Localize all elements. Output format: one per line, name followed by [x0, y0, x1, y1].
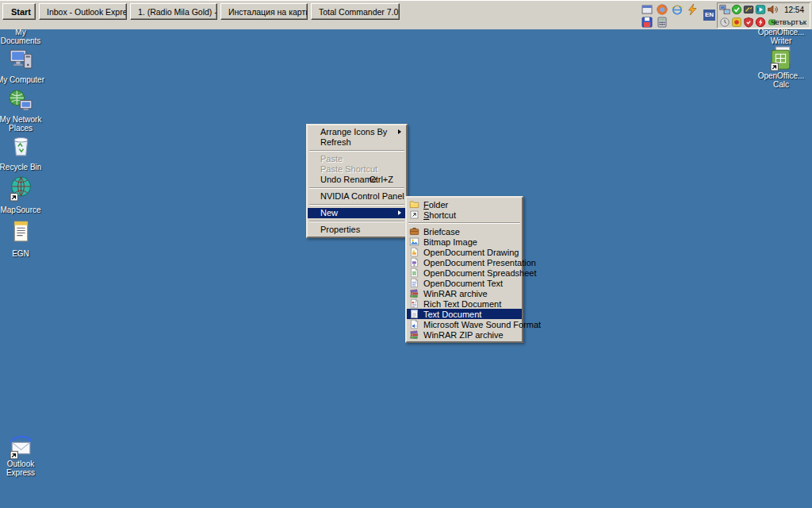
media-player-tray-icon[interactable]	[755, 4, 766, 15]
submenu-item-opendocument-presentation[interactable]: OpenDocument Presentation	[407, 257, 522, 267]
desktop-icon-openoffice-calc[interactable]: OpenOffice... Calc	[756, 45, 806, 90]
submenu-item-label: OpenDocument Spreadsheet	[423, 268, 536, 278]
network-computers-tray-icon[interactable]	[719, 4, 730, 15]
task-button-label: Инсталация на карти з...	[228, 7, 308, 17]
task-button-firefox[interactable]: Инсталация на карти з...	[220, 3, 308, 20]
bolt-tray-icon[interactable]	[755, 17, 766, 28]
icon-label: Outlook Express	[0, 460, 46, 477]
shortcut-icon	[409, 210, 419, 220]
task-button-label: 1. (Radio Mila Gold) - Wi...	[138, 7, 217, 17]
desktop-icon-egn[interactable]: EGN	[0, 219, 46, 260]
scheduler-tray-icon[interactable]	[719, 17, 730, 28]
icon-label: OpenOffice... Writer	[756, 28, 806, 45]
menu-item-undo-rename[interactable]: Undo Rename Ctrl+Z	[308, 175, 406, 185]
desktop[interactable]: My Documents My Computer My Network Plac…	[0, 0, 812, 508]
submenu-item-shortcut[interactable]: Shortcut	[407, 210, 522, 220]
new-submenu: Folder Shortcut Briefcase Bitmap Image O…	[405, 196, 523, 343]
odf-text-icon	[409, 278, 419, 288]
taskbar: Start Inbox - Outlook Express 1. (Radio …	[0, 0, 812, 29]
icon-label: OpenOffice... Calc	[756, 71, 806, 89]
task-button-label: Total Commander 7.03 - ...	[319, 7, 400, 17]
icon-label: My Network Places	[0, 115, 46, 133]
shield-tray-icon[interactable]	[743, 17, 754, 28]
quicklaunch-winamp-icon[interactable]	[686, 3, 699, 16]
menu-item-label: New	[320, 208, 338, 217]
menu-item-new[interactable]: New	[308, 208, 406, 218]
menu-item-arrange-icons-by[interactable]: Arrange Icons By	[308, 127, 406, 137]
outlook-express-icon	[8, 433, 34, 460]
task-button-outlook-express[interactable]: Inbox - Outlook Express	[39, 3, 127, 20]
odf-spreadsheet-icon	[409, 267, 419, 278]
submenu-item-rich-text-document[interactable]: Rich Text Document	[407, 298, 522, 309]
quicklaunch-calculator-icon[interactable]	[656, 16, 668, 29]
submenu-item-text-document[interactable]: Text Document	[407, 309, 522, 319]
menu-item-label: Undo Rename	[320, 175, 377, 184]
icon-label: EGN	[11, 249, 30, 258]
submenu-item-label: Folder	[423, 200, 448, 210]
tools-tray-icon[interactable]	[743, 4, 754, 15]
menu-separator	[309, 187, 404, 189]
folder-icon	[409, 199, 419, 210]
task-button-total-commander[interactable]: Total Commander 7.03 - ...	[311, 3, 400, 20]
submenu-item-label: Shortcut	[423, 210, 456, 220]
mapsource-globe-icon	[8, 175, 34, 202]
my-computer-icon	[8, 45, 34, 71]
submenu-item-label: OpenDocument Text	[423, 279, 503, 288]
desktop-icon-mapsource[interactable]: MapSource	[0, 175, 46, 216]
menu-item-label: Arrange Icons By	[320, 127, 387, 137]
wave-sound-icon	[409, 319, 419, 329]
submenu-item-label: Rich Text Document	[423, 299, 501, 309]
submenu-arrow-icon	[398, 129, 401, 134]
submenu-item-bitmap-image[interactable]: Bitmap Image	[407, 237, 522, 247]
desktop-icon-my-network-places[interactable]: My Network Places	[0, 89, 46, 134]
submenu-item-label: OpenDocument Presentation	[423, 258, 536, 267]
submenu-item-winrar-archive[interactable]: WinRAR archive	[407, 288, 522, 298]
quicklaunch-app-window-icon[interactable]	[641, 3, 653, 16]
menu-item-label: Paste	[320, 154, 343, 164]
menu-item-nvidia-control-panel[interactable]: NVIDIA Control Panel	[308, 191, 406, 202]
icon-label: My Computer	[0, 75, 45, 84]
submenu-item-label: Text Document	[423, 310, 481, 319]
odf-presentation-icon	[409, 257, 419, 267]
antivirus-tray-icon[interactable]	[731, 17, 742, 28]
submenu-item-opendocument-spreadsheet[interactable]: OpenDocument Spreadsheet	[407, 267, 522, 278]
winrar-archive-icon	[409, 288, 419, 298]
menu-item-properties[interactable]: Properties	[308, 225, 406, 235]
desktop-icon-outlook-express[interactable]: Outlook Express	[0, 433, 46, 479]
task-button-winamp[interactable]: 1. (Radio Mila Gold) - Wi...	[130, 3, 217, 20]
submenu-item-label: WinRAR archive	[423, 289, 488, 298]
desktop-icon-recycle-bin[interactable]: Recycle Bin	[0, 133, 46, 173]
submenu-item-briefcase[interactable]: Briefcase	[407, 226, 522, 237]
submenu-item-label: WinRAR ZIP archive	[423, 330, 504, 340]
menu-separator	[309, 204, 404, 206]
menu-item-paste: Paste	[308, 154, 406, 164]
menu-item-refresh[interactable]: Refresh	[308, 137, 406, 148]
task-button-label: Inbox - Outlook Express	[47, 7, 127, 17]
tray-day[interactable]: четвъртък	[772, 17, 806, 26]
winrar-zip-icon	[409, 329, 419, 340]
menu-separator	[309, 221, 404, 222]
odf-drawing-icon	[409, 247, 419, 257]
tray-row-1	[719, 4, 778, 15]
quicklaunch-total-commander-icon[interactable]	[641, 16, 653, 29]
volume-speaker-tray-icon[interactable]	[767, 4, 778, 15]
quicklaunch-firefox-icon[interactable]	[656, 3, 668, 16]
menu-item-label: Properties	[320, 225, 360, 234]
submenu-item-winrar-zip-archive[interactable]: WinRAR ZIP archive	[407, 329, 522, 340]
submenu-item-folder[interactable]: Folder	[407, 199, 522, 210]
submenu-item-opendocument-text[interactable]: OpenDocument Text	[407, 278, 522, 288]
quicklaunch-internet-explorer-icon[interactable]	[671, 3, 684, 16]
start-label: Start	[11, 7, 31, 17]
submenu-item-opendocument-drawing[interactable]: OpenDocument Drawing	[407, 247, 522, 257]
tray-clock[interactable]: 12:54	[784, 6, 804, 14]
my-network-places-icon	[8, 89, 34, 115]
menu-item-label: Paste Shortcut	[320, 164, 377, 174]
menu-item-paste-shortcut: Paste Shortcut	[308, 164, 406, 175]
submenu-item-label: OpenDocument Drawing	[423, 248, 519, 257]
submenu-item-wave-sound[interactable]: Microsoft Wave Sound Format	[407, 319, 522, 329]
desktop-context-menu: Arrange Icons By Refresh Paste Paste Sho…	[306, 124, 408, 238]
start-button[interactable]: Start	[2, 3, 36, 20]
green-check-tray-icon[interactable]	[731, 4, 742, 15]
desktop-icon-my-computer[interactable]: My Computer	[0, 45, 46, 86]
language-indicator[interactable]: EN	[703, 10, 715, 21]
